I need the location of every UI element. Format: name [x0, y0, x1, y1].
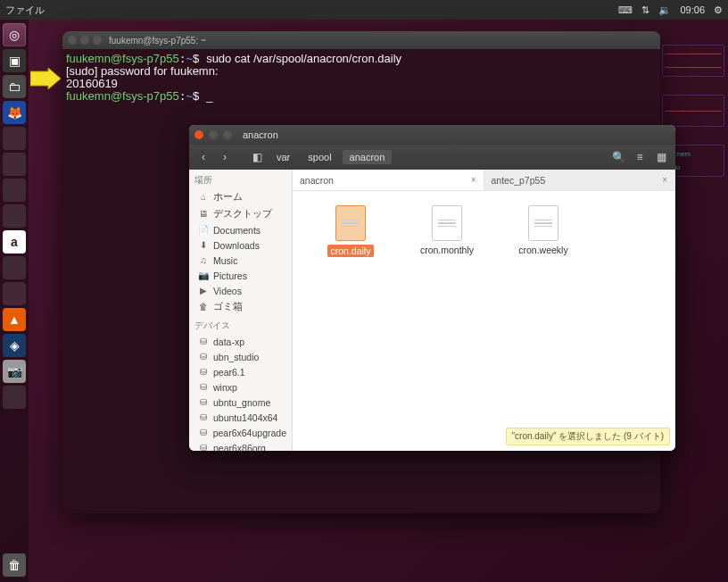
sidebar-item[interactable]: 📄Documents	[189, 222, 292, 237]
launcher-app-3[interactable]	[3, 179, 26, 202]
launcher-app-1[interactable]	[3, 127, 26, 150]
file-manager-window[interactable]: anacron ‹ › ◧ var spool anacron 🔍 ≡ ▦ 場所…	[189, 125, 675, 451]
file-item[interactable]: cron.daily	[310, 205, 391, 257]
terminal-body[interactable]: fuukemn@fsys-p7p55:~$ sudo cat /var/spoo…	[62, 49, 660, 106]
close-icon[interactable]	[194, 130, 203, 139]
launcher-app-6[interactable]	[3, 282, 26, 305]
maximize-icon[interactable]	[93, 36, 102, 45]
panel-menu[interactable]: ファイル	[5, 4, 618, 17]
sidebar-item[interactable]: 📷Pictures	[189, 268, 292, 283]
sidebar-item-label: ゴミ箱	[213, 301, 243, 313]
sidebar-item[interactable]: 🖥デスクトップ	[189, 205, 292, 222]
close-icon[interactable]	[68, 36, 77, 45]
top-panel: ファイル ⌨ ⇅ 🔉 09:06 ⚙	[0, 0, 728, 20]
folder-icon: ⌂	[198, 192, 209, 202]
sidebar-device-item[interactable]: ⛁ubntu_gnome	[189, 395, 292, 410]
launcher-app-7[interactable]	[3, 386, 26, 409]
drive-icon: ⛁	[198, 367, 209, 377]
amazon-icon[interactable]: a	[3, 230, 26, 254]
drive-icon: ⛁	[198, 397, 209, 407]
file-label: cron.monthly	[420, 245, 474, 255]
drive-icon: ⛁	[198, 352, 209, 362]
fm-icon-view[interactable]: cron.dailycron.monthlycron.weekly"cron.d…	[293, 191, 675, 451]
folder-icon: 🖥	[198, 209, 209, 219]
breadcrumb-spool[interactable]: spool	[301, 150, 338, 164]
sidebar-device-item[interactable]: ⛁ubuntu1404x64	[189, 410, 292, 425]
drive-icon: ⛁	[198, 412, 209, 422]
files-icon[interactable]: 🗀	[3, 75, 26, 98]
folder-icon: 📷	[198, 270, 209, 280]
sidebar-device-item[interactable]: ⛁pear6.1	[189, 364, 292, 379]
sidebar-item-label: winxp	[213, 382, 237, 393]
file-icon	[432, 205, 462, 241]
drive-icon: ⛁	[198, 428, 209, 437]
drive-icon: ⛁	[198, 443, 209, 451]
drive-icon: ⛁	[198, 382, 209, 392]
minimize-icon[interactable]	[80, 36, 89, 45]
close-tab-icon[interactable]: ×	[662, 175, 667, 185]
sidebar-device-item[interactable]: ⛁winxp	[189, 379, 292, 395]
sidebar-item[interactable]: ⌂ホーム	[189, 188, 292, 205]
folder-icon: 🗑	[198, 302, 209, 312]
file-label: cron.weekly	[518, 245, 567, 255]
maximize-icon[interactable]	[223, 130, 232, 139]
folder-icon: ⬇	[198, 240, 209, 250]
sound-icon[interactable]: 🔉	[658, 4, 671, 16]
device-icon[interactable]: ◧	[248, 148, 266, 166]
sidebar-device-item[interactable]: ⛁ubn_studio	[189, 349, 292, 364]
gear-icon[interactable]: ⚙	[714, 4, 723, 16]
unity-launcher: ◎ ▣ 🗀 🦊 a ▲ ◈ 📷 🗑	[0, 20, 29, 582]
terminal-title: fuukemn@fsys-p7p55: ~	[109, 36, 206, 46]
breadcrumb-var[interactable]: var	[269, 150, 297, 164]
launcher-app-5[interactable]	[3, 256, 26, 279]
sidebar-item[interactable]: ▶Videos	[189, 283, 292, 298]
file-icon	[528, 205, 558, 241]
screenshot-icon[interactable]: 📷	[3, 360, 26, 383]
launcher-app-2[interactable]	[3, 153, 26, 176]
keyboard-icon[interactable]: ⌨	[618, 4, 633, 16]
terminal-titlebar[interactable]: fuukemn@fsys-p7p55: ~	[62, 31, 660, 49]
dash-icon[interactable]: ◎	[3, 23, 26, 46]
network-icon[interactable]: ⇅	[641, 4, 649, 16]
clock[interactable]: 09:06	[680, 4, 705, 15]
sidebar-head-devices: デバイス	[189, 315, 292, 334]
grid-view-icon[interactable]: ▦	[652, 148, 670, 166]
vlc-icon[interactable]: ▲	[3, 308, 26, 331]
folder-icon: 📄	[198, 225, 209, 235]
file-item[interactable]: cron.weekly	[503, 205, 583, 257]
folder-icon: ♫	[198, 255, 209, 265]
terminal-icon[interactable]: ▣	[3, 49, 26, 72]
fm-status-bar: "cron.daily" を選択しました (9 バイト)	[506, 428, 670, 445]
sidebar-item-label: ホーム	[213, 191, 243, 204]
file-item[interactable]: cron.monthly	[407, 205, 487, 257]
sidebar-device-item[interactable]: ⛁pear6x86org	[189, 440, 292, 451]
file-icon	[335, 205, 366, 241]
launcher-app-4[interactable]	[3, 204, 26, 228]
menu-icon[interactable]: ≡	[631, 148, 649, 166]
close-tab-icon[interactable]: ×	[471, 175, 476, 185]
sidebar-device-item[interactable]: ⛁pear6x64upgrade	[189, 425, 292, 440]
minimize-icon[interactable]	[209, 130, 218, 139]
sidebar-item-label: Documents	[213, 225, 261, 236]
back-button[interactable]: ‹	[194, 148, 212, 166]
trash-icon[interactable]: 🗑	[3, 553, 26, 577]
sidebar-item-label: ubntu_gnome	[213, 397, 270, 408]
sidebar-item[interactable]: ⬇Downloads	[189, 237, 292, 253]
search-icon[interactable]: 🔍	[609, 148, 627, 166]
tab-anacron[interactable]: anacron ×	[293, 170, 484, 190]
breadcrumb-anacron[interactable]: anacron	[343, 150, 393, 164]
sidebar-item[interactable]: 🗑ゴミ箱	[189, 298, 292, 315]
file-label: cron.daily	[327, 245, 375, 257]
sidebar-item[interactable]: ♫Music	[189, 253, 292, 268]
sidebar-item-label: Music	[213, 255, 237, 266]
firefox-icon[interactable]: 🦊	[3, 101, 26, 124]
forward-button[interactable]: ›	[216, 148, 234, 166]
virtualbox-icon[interactable]: ◈	[3, 334, 26, 357]
fm-tabs: anacron × antec_p7p55 ×	[293, 170, 675, 191]
sidebar-item-label: pear6x64upgrade	[213, 428, 286, 438]
sidebar-device-item[interactable]: ⛁data-xp	[189, 334, 292, 349]
fm-sidebar[interactable]: 場所 ⌂ホーム🖥デスクトップ📄Documents⬇Downloads♫Music…	[189, 170, 293, 451]
fm-titlebar[interactable]: anacron	[189, 125, 675, 145]
tab-antec[interactable]: antec_p7p55 ×	[484, 170, 676, 190]
sidebar-item-label: ubn_studio	[213, 352, 259, 362]
